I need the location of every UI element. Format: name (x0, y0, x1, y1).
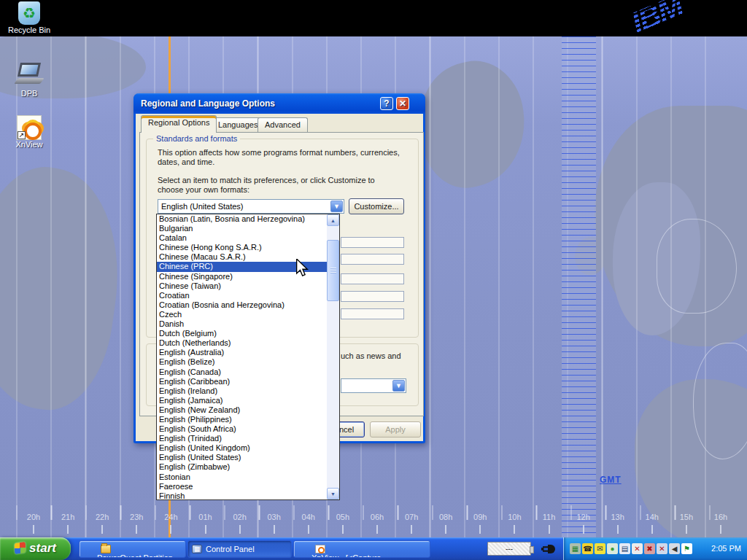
close-button[interactable]: ✕ (396, 97, 409, 110)
language-list-item[interactable]: Croatian (Bosnia and Herzegovina) (157, 300, 328, 310)
tab-regional-options[interactable]: Regional Options (141, 115, 217, 133)
language-list-item[interactable]: English (New Zealand) (157, 405, 328, 415)
dialog-title-bar[interactable]: Regional and Language Options ? ✕ (133, 93, 425, 114)
customize-button[interactable]: Customize... (349, 198, 404, 214)
apply-button[interactable]: Apply (370, 421, 421, 438)
language-list-item[interactable]: Danish (157, 319, 328, 329)
chevron-down-icon[interactable]: ▼ (392, 380, 405, 392)
language-list-item[interactable]: English (Zimbabwe) (157, 462, 328, 472)
hour-tick (583, 525, 584, 534)
task-label: XnView - [<Capture-... (311, 553, 390, 558)
hour-tick (617, 525, 619, 534)
hour-tick (651, 525, 653, 534)
hour-tick (170, 525, 171, 534)
icon-xnview (315, 545, 325, 553)
language-list-item[interactable]: English (Belize) (157, 357, 328, 367)
hour-tick (274, 525, 275, 534)
language-list-item[interactable]: Dutch (Belgium) (157, 329, 328, 338)
messenger-offline-icon[interactable]: ● (607, 543, 618, 554)
help-button[interactable]: ? (380, 97, 393, 110)
language-list-item[interactable]: Faeroese (157, 482, 328, 491)
language-list-item[interactable]: Estonian (157, 472, 328, 482)
pcmcia-eject-icon[interactable]: ▦ (570, 543, 581, 554)
hour-label: 02h (224, 513, 256, 521)
sample-time-field (341, 273, 404, 284)
language-list-item[interactable]: Bulgarian (157, 224, 328, 233)
language-list-items: Bosnian (Latin, Bosnia and Herzegovina)B… (157, 214, 328, 499)
language-list-item[interactable]: English (Trinidad) (157, 434, 328, 443)
task-xnview[interactable]: XnView - [<Capture-... (293, 540, 430, 558)
language-list-item[interactable]: English (United Kingdom) (157, 443, 328, 453)
hour-label: 22h (86, 513, 118, 521)
display-disconnected-icon[interactable]: ✕ (657, 543, 667, 554)
hour-tick (205, 525, 206, 534)
hour-tick (376, 525, 378, 534)
xnview-icon: ↗ (17, 115, 42, 140)
desktop-screen: GMT 20h21h22h23h24h01h02h03h04h05h06h07h… (0, 0, 747, 560)
language-list-item[interactable]: Bosnian (Latin, Bosnia and Herzegovina) (157, 214, 328, 224)
gmt-label: GMT (600, 475, 622, 485)
language-list-item[interactable]: English (Ireland) (157, 386, 328, 396)
scroll-down-button[interactable]: ▼ (327, 488, 339, 499)
formats-description-text: This option affects how some programs fo… (158, 148, 403, 167)
signal-disconnected-icon[interactable]: ✕ (632, 543, 643, 554)
phone-dialer-icon[interactable]: ☎ (582, 543, 593, 554)
hour-ruler: 20h21h22h23h24h01h02h03h04h05h06h07h08h0… (0, 507, 747, 537)
language-list-item[interactable]: Croatian (157, 291, 328, 300)
hour-tick (33, 525, 34, 534)
language-list-scrollbar[interactable]: ▲ ▼ (327, 214, 339, 499)
desktop-icon-dpb[interactable]: DPB (4, 60, 54, 98)
shortcut-arrow-icon: ↗ (18, 131, 26, 139)
start-button[interactable]: start (0, 537, 71, 560)
taskbar: start PowerQuest Partition...▦Control Pa… (0, 537, 747, 560)
hour-tick (549, 525, 550, 534)
tab-advanced[interactable]: Advanced (258, 117, 308, 133)
hour-label: 10h (498, 513, 530, 521)
language-list-item[interactable]: English (Australia) (157, 348, 328, 357)
device-error-icon[interactable]: ✖ (644, 543, 655, 554)
language-list-item[interactable]: English (Caribbean) (157, 377, 328, 386)
recycle-bin-icon: ♻ (18, 1, 40, 25)
language-list-item[interactable]: English (Jamaica) (157, 396, 328, 405)
hour-tick (720, 525, 721, 534)
desktop-icon-recycle-bin[interactable]: ♻ Recycle Bin (6, 1, 53, 34)
language-list-item[interactable]: English (United States) (157, 453, 328, 462)
hour-label: 04h (293, 513, 325, 521)
language-list-item[interactable]: English (Philippines) (157, 415, 328, 424)
laptop-icon (15, 60, 44, 89)
hour-tick (67, 525, 69, 534)
language-list-item[interactable]: Chinese (Hong Kong S.A.R.) (157, 243, 328, 252)
icon-folder (101, 545, 111, 553)
recycle-bin-label: Recycle Bin (6, 26, 53, 34)
scrollbar-thumb[interactable] (327, 240, 339, 301)
xnview-label: XnView (4, 140, 54, 149)
mail-notify-icon[interactable]: ✉ (595, 543, 605, 554)
language-list-item[interactable]: Chinese (Taiwan) (157, 281, 328, 291)
hour-label: 13h (602, 513, 634, 521)
language-list-item[interactable]: Catalan (157, 233, 328, 243)
language-list-item[interactable]: English (Canada) (157, 368, 328, 377)
scroll-up-button[interactable]: ▲ (327, 214, 339, 226)
taskbar-clock[interactable]: 2:05 PM (711, 537, 741, 560)
volume-icon[interactable]: ◀ (669, 543, 680, 554)
icon-cpl: ▦ (192, 545, 202, 553)
formats-combobox[interactable]: English (United States) ▼ (158, 199, 344, 214)
chevron-down-icon[interactable]: ▼ (330, 201, 343, 212)
hour-tick (479, 525, 481, 534)
language-list-item[interactable]: Czech (157, 310, 328, 319)
language-list-item[interactable]: Dutch (Netherlands) (157, 338, 328, 348)
removable-device-flag-icon[interactable]: ⚑ (681, 543, 692, 554)
hour-label: 07h (395, 513, 427, 521)
hour-tick (342, 525, 344, 534)
hour-label: 05h (327, 513, 359, 521)
desktop-icon-xnview[interactable]: ↗ XnView (4, 115, 54, 149)
language-list-item[interactable]: Finnish (157, 491, 328, 499)
task-label: PowerQuest Partition... (97, 553, 179, 558)
language-list-item[interactable]: English (South Africa) (157, 424, 328, 434)
task-powerquest[interactable]: PowerQuest Partition... (79, 540, 186, 558)
hour-tick (411, 525, 412, 534)
location-combobox[interactable]: ▼ (341, 378, 406, 393)
network-places-icon[interactable]: ▤ (619, 543, 630, 554)
task-control-panel[interactable]: ▦Control Panel (187, 540, 292, 558)
battery-meter[interactable]: --- (487, 542, 531, 556)
